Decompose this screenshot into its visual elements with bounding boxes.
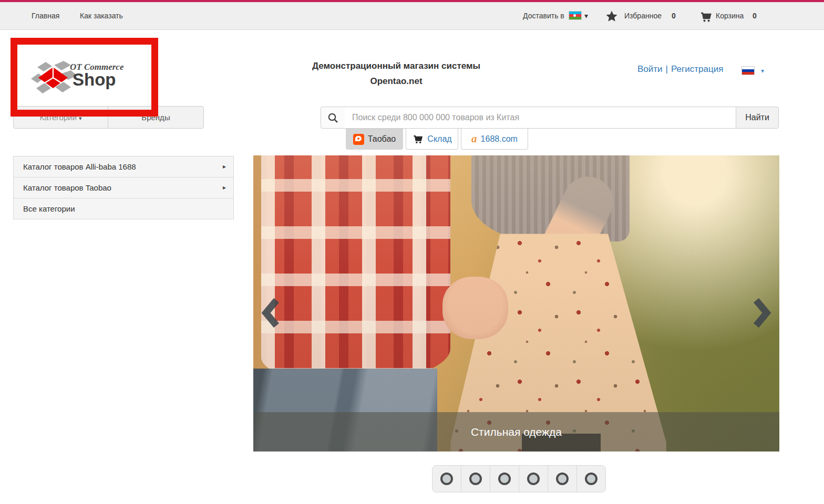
favorites-star-icon[interactable] <box>605 10 618 23</box>
search-icon-button[interactable] <box>321 107 345 129</box>
search-input[interactable] <box>345 107 736 129</box>
carousel-dot-1[interactable] <box>432 466 461 492</box>
auth-separator: | <box>663 64 671 74</box>
search-submit-button[interactable]: Найти <box>736 107 779 129</box>
annotation-red-box <box>11 38 158 117</box>
cart-link[interactable]: Корзина <box>716 12 744 20</box>
top-bar: Главная Как заказать Доставить в ▾ Избра… <box>0 2 824 30</box>
deliver-caret-icon[interactable]: ▾ <box>584 12 588 20</box>
site-title-line1: Демонстрационный магазин системы <box>239 58 554 74</box>
sidebar-item-all-categories[interactable]: Все категории <box>13 198 234 219</box>
alibaba-icon: a <box>471 133 477 144</box>
submenu-arrow-icon: ▸ <box>223 177 226 198</box>
tab-1688-label: 1688.com <box>481 134 518 144</box>
carousel-dot-6[interactable] <box>576 466 605 492</box>
sidebar-item-label: Каталог товаров Taobao <box>23 183 111 192</box>
carousel-pagination <box>432 465 606 492</box>
hero-carousel: Стильная одежда <box>253 155 779 452</box>
sidebar-item-catalog-1688[interactable]: Каталог товаров Alli-baba 1688 ▸ <box>13 156 234 177</box>
warehouse-cart-icon <box>412 133 424 145</box>
tab-warehouse[interactable]: Склад <box>406 129 458 150</box>
cart-icon[interactable] <box>699 10 713 24</box>
sidebar-item-label: Каталог товаров Alli-baba 1688 <box>23 162 136 171</box>
tab-warehouse-label: Склад <box>427 134 451 144</box>
site-title: Демонстрационный магазин системы Opentao… <box>239 58 554 89</box>
favorites-link[interactable]: Избранное <box>624 12 662 20</box>
nav-how-to-order-link[interactable]: Как заказать <box>80 12 123 20</box>
carousel-dot-4[interactable] <box>519 466 548 492</box>
language-caret-icon[interactable]: ▾ <box>761 67 764 75</box>
carousel-dot-2[interactable] <box>461 466 490 492</box>
tab-1688[interactable]: a 1688.com <box>461 129 528 150</box>
favorites-count: 0 <box>672 12 676 20</box>
search-icon <box>327 112 339 124</box>
carousel-caption: Стильная одежда <box>471 426 562 438</box>
carousel-next-arrow[interactable] <box>753 298 771 328</box>
taobao-icon <box>353 134 364 145</box>
login-link[interactable]: Войти <box>637 64 663 74</box>
sidebar-item-catalog-taobao[interactable]: Каталог товаров Taobao ▸ <box>13 177 234 198</box>
register-link[interactable]: Регистрация <box>671 64 723 74</box>
photo-light-haze <box>253 155 779 452</box>
azerbaijan-flag-icon[interactable] <box>569 11 582 20</box>
site-title-line2: Opentao.net <box>239 74 554 89</box>
russian-flag-icon[interactable] <box>741 66 755 75</box>
carousel-caption-bar: Стильная одежда <box>253 412 779 452</box>
tab-taobao-label: Таобао <box>368 134 396 144</box>
nav-home-link[interactable]: Главная <box>32 12 59 20</box>
cart-count: 0 <box>753 12 757 20</box>
sidebar-item-label: Все категории <box>23 204 75 213</box>
tab-taobao[interactable]: Таобао <box>346 129 403 150</box>
page: Главная Как заказать Доставить в ▾ Избра… <box>0 0 824 504</box>
carousel-dot-5[interactable] <box>548 466 576 492</box>
carousel-prev-arrow[interactable] <box>262 298 280 328</box>
carousel-dot-3[interactable] <box>490 466 519 492</box>
auth-links: Войти|Регистрация <box>637 64 723 75</box>
submenu-arrow-icon: ▸ <box>223 156 226 177</box>
deliver-to-label: Доставить в <box>523 12 564 20</box>
